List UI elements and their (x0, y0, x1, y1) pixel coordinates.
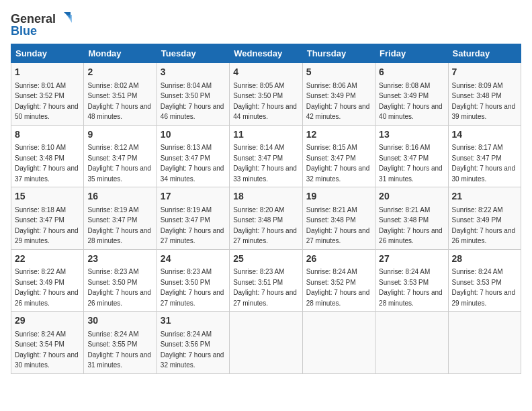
day-number: 9 (87, 128, 152, 142)
weekday-header-tuesday: Tuesday (157, 44, 229, 63)
day-number: 30 (87, 314, 152, 328)
day-number: 16 (87, 190, 152, 203)
calendar-cell: 24Sunrise: 8:23 AMSunset: 3:50 PMDayligh… (157, 249, 229, 312)
calendar-cell (302, 312, 375, 374)
day-number: 6 (379, 66, 444, 79)
calendar-cell: 27Sunrise: 8:24 AMSunset: 3:53 PMDayligh… (375, 249, 448, 312)
svg-marker-1 (66, 15, 72, 23)
calendar-cell: 31Sunrise: 8:24 AMSunset: 3:56 PMDayligh… (157, 312, 229, 374)
day-info: Sunrise: 8:22 AMSunset: 3:49 PMDaylight:… (15, 268, 79, 307)
weekday-header-sunday: Sunday (11, 44, 84, 63)
day-info: Sunrise: 8:22 AMSunset: 3:49 PMDaylight:… (452, 206, 516, 245)
day-number: 27 (379, 253, 444, 266)
day-number: 2 (87, 66, 152, 79)
calendar-cell: 26Sunrise: 8:24 AMSunset: 3:52 PMDayligh… (302, 249, 375, 312)
logo-text-blue: Blue (11, 24, 37, 38)
calendar-cell: 28Sunrise: 8:24 AMSunset: 3:53 PMDayligh… (448, 249, 521, 312)
calendar-cell: 25Sunrise: 8:23 AMSunset: 3:51 PMDayligh… (230, 249, 302, 312)
day-number: 5 (306, 66, 371, 79)
calendar-cell: 29Sunrise: 8:24 AMSunset: 3:54 PMDayligh… (11, 312, 84, 374)
calendar-cell: 20Sunrise: 8:21 AMSunset: 3:48 PMDayligh… (375, 187, 448, 250)
day-info: Sunrise: 8:13 AMSunset: 3:47 PMDaylight:… (161, 144, 224, 183)
calendar-cell: 9Sunrise: 8:12 AMSunset: 3:47 PMDaylight… (84, 125, 157, 187)
calendar-cell: 30Sunrise: 8:24 AMSunset: 3:55 PMDayligh… (84, 312, 157, 374)
day-info: Sunrise: 8:09 AMSunset: 3:48 PMDaylight:… (452, 82, 516, 121)
day-number: 8 (15, 128, 80, 142)
day-number: 10 (161, 128, 226, 142)
day-number: 1 (15, 66, 80, 79)
calendar-cell: 18Sunrise: 8:20 AMSunset: 3:48 PMDayligh… (230, 187, 302, 250)
calendar-table: SundayMondayTuesdayWednesdayThursdayFrid… (11, 44, 521, 374)
calendar-cell: 4Sunrise: 8:05 AMSunset: 3:50 PMDaylight… (230, 63, 302, 126)
calendar-cell: 7Sunrise: 8:09 AMSunset: 3:48 PMDaylight… (448, 63, 521, 126)
weekday-header-saturday: Saturday (448, 44, 521, 63)
calendar-cell: 3Sunrise: 8:04 AMSunset: 3:50 PMDaylight… (157, 63, 229, 126)
day-info: Sunrise: 8:04 AMSunset: 3:50 PMDaylight:… (161, 82, 224, 121)
calendar-cell: 6Sunrise: 8:08 AMSunset: 3:49 PMDaylight… (375, 63, 448, 126)
weekday-header-wednesday: Wednesday (230, 44, 302, 63)
day-number: 31 (161, 314, 226, 328)
day-number: 4 (233, 66, 298, 79)
day-info: Sunrise: 8:24 AMSunset: 3:53 PMDaylight:… (452, 268, 516, 307)
day-info: Sunrise: 8:10 AMSunset: 3:48 PMDaylight:… (15, 144, 79, 183)
day-info: Sunrise: 8:20 AMSunset: 3:48 PMDaylight:… (233, 206, 297, 245)
day-info: Sunrise: 8:02 AMSunset: 3:51 PMDaylight:… (87, 82, 151, 121)
weekday-header-thursday: Thursday (302, 44, 375, 63)
calendar-cell: 23Sunrise: 8:23 AMSunset: 3:50 PMDayligh… (84, 249, 157, 312)
calendar-cell (230, 312, 302, 374)
day-number: 14 (452, 128, 517, 142)
day-number: 19 (306, 190, 371, 203)
day-number: 24 (161, 253, 226, 266)
calendar-cell: 22Sunrise: 8:22 AMSunset: 3:49 PMDayligh… (11, 249, 84, 312)
day-info: Sunrise: 8:24 AMSunset: 3:54 PMDaylight:… (15, 330, 79, 369)
day-info: Sunrise: 8:05 AMSunset: 3:50 PMDaylight:… (233, 82, 297, 121)
day-info: Sunrise: 8:23 AMSunset: 3:50 PMDaylight:… (87, 268, 151, 307)
weekday-header-friday: Friday (375, 44, 448, 63)
day-number: 7 (452, 66, 517, 79)
day-number: 25 (233, 253, 298, 266)
calendar-cell: 17Sunrise: 8:19 AMSunset: 3:47 PMDayligh… (157, 187, 229, 250)
weekday-header-monday: Monday (84, 44, 157, 63)
day-info: Sunrise: 8:23 AMSunset: 3:51 PMDaylight:… (233, 268, 297, 307)
day-number: 18 (233, 190, 298, 203)
day-info: Sunrise: 8:08 AMSunset: 3:49 PMDaylight:… (379, 82, 443, 121)
day-number: 12 (306, 128, 371, 142)
day-info: Sunrise: 8:23 AMSunset: 3:50 PMDaylight:… (161, 268, 224, 307)
day-number: 29 (15, 314, 80, 328)
day-info: Sunrise: 8:24 AMSunset: 3:52 PMDaylight:… (306, 268, 370, 307)
day-info: Sunrise: 8:18 AMSunset: 3:47 PMDaylight:… (15, 206, 79, 245)
day-number: 15 (15, 190, 80, 203)
day-info: Sunrise: 8:14 AMSunset: 3:47 PMDaylight:… (233, 144, 297, 183)
day-info: Sunrise: 8:21 AMSunset: 3:48 PMDaylight:… (306, 206, 370, 245)
day-number: 3 (161, 66, 226, 79)
calendar-cell: 10Sunrise: 8:13 AMSunset: 3:47 PMDayligh… (157, 125, 229, 187)
day-info: Sunrise: 8:19 AMSunset: 3:47 PMDaylight:… (87, 206, 151, 245)
day-info: Sunrise: 8:01 AMSunset: 3:52 PMDaylight:… (15, 82, 79, 121)
day-info: Sunrise: 8:24 AMSunset: 3:56 PMDaylight:… (161, 330, 224, 369)
day-info: Sunrise: 8:16 AMSunset: 3:47 PMDaylight:… (379, 144, 443, 183)
calendar-cell: 8Sunrise: 8:10 AMSunset: 3:48 PMDaylight… (11, 125, 84, 187)
day-number: 21 (452, 190, 517, 203)
day-info: Sunrise: 8:06 AMSunset: 3:49 PMDaylight:… (306, 82, 370, 121)
day-number: 17 (161, 190, 226, 203)
day-number: 26 (306, 253, 371, 266)
day-info: Sunrise: 8:19 AMSunset: 3:47 PMDaylight:… (161, 206, 224, 245)
calendar-cell (375, 312, 448, 374)
day-number: 20 (379, 190, 444, 203)
calendar-cell: 1Sunrise: 8:01 AMSunset: 3:52 PMDaylight… (11, 63, 84, 126)
day-number: 22 (15, 253, 80, 266)
day-info: Sunrise: 8:21 AMSunset: 3:48 PMDaylight:… (379, 206, 443, 245)
calendar-cell: 13Sunrise: 8:16 AMSunset: 3:47 PMDayligh… (375, 125, 448, 187)
day-info: Sunrise: 8:24 AMSunset: 3:53 PMDaylight:… (379, 268, 443, 307)
logo-arrow-icon (57, 11, 73, 27)
calendar-cell (448, 312, 521, 374)
day-number: 13 (379, 128, 444, 142)
header: General Blue (11, 11, 521, 38)
day-number: 23 (87, 253, 152, 266)
day-info: Sunrise: 8:17 AMSunset: 3:47 PMDaylight:… (452, 144, 516, 183)
logo: General Blue (11, 11, 73, 38)
day-info: Sunrise: 8:15 AMSunset: 3:47 PMDaylight:… (306, 144, 370, 183)
calendar-cell: 16Sunrise: 8:19 AMSunset: 3:47 PMDayligh… (84, 187, 157, 250)
day-number: 11 (233, 128, 298, 142)
calendar-cell: 2Sunrise: 8:02 AMSunset: 3:51 PMDaylight… (84, 63, 157, 126)
